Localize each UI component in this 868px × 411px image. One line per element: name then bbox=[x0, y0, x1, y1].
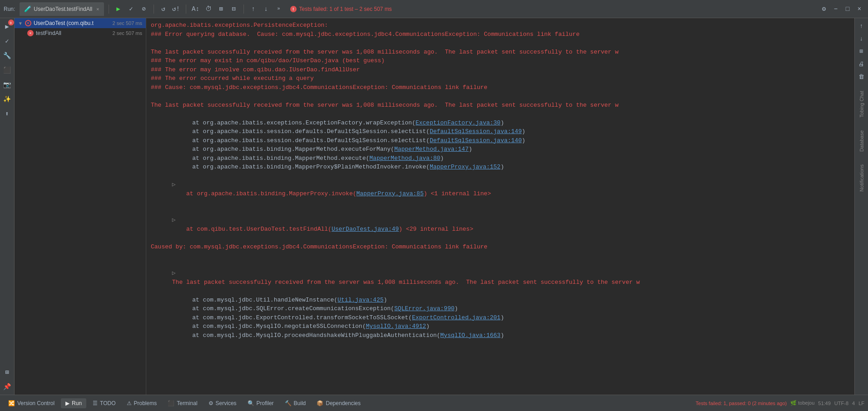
test-tree-root[interactable]: ▼ × UserDaoTest (com.qibu.t 2 sec 507 ms bbox=[15, 18, 146, 28]
link-user-dao-test-49[interactable]: UserDaoTest.java:49 bbox=[332, 226, 399, 233]
sidebar-icon-wrench[interactable]: 🔧 bbox=[2, 50, 13, 61]
right-sidebar-expand[interactable]: ⊞ bbox=[857, 46, 867, 56]
branch-indicator: 🌿 tobejou bbox=[790, 400, 814, 406]
bottom-tab-run[interactable]: ▶ Run bbox=[61, 398, 86, 408]
output-line-22: at com.mysql.jdbc.MysqlIO.negotiateSSLCo… bbox=[151, 322, 850, 331]
right-sidebar-up[interactable]: ↑ bbox=[857, 21, 867, 31]
link-export-controlled-201[interactable]: ExportControlled.java:201 bbox=[412, 314, 501, 321]
encoding-indicator: UTF-8 bbox=[834, 401, 848, 406]
check-button[interactable]: ✓ bbox=[126, 4, 136, 14]
output-area[interactable]: org.apache.ibatis.exceptions.Persistence… bbox=[146, 18, 854, 395]
link-mapper-method-147[interactable]: MapperMethod.java:147 bbox=[394, 146, 469, 153]
tab-close-icon[interactable]: × bbox=[96, 6, 99, 12]
right-sidebar-print[interactable]: 🖨 bbox=[857, 59, 867, 69]
bottom-tab-dependencies[interactable]: 📦 Dependencies bbox=[312, 398, 365, 408]
link-util-425[interactable]: Util.java:425 bbox=[337, 297, 383, 303]
test-tree: ▼ × UserDaoTest (com.qibu.t 2 sec 507 ms… bbox=[15, 18, 146, 395]
output-line-blank-3 bbox=[151, 109, 850, 119]
sidebar-icon-camera[interactable]: 📷 bbox=[2, 79, 13, 90]
output-line-20: at com.mysql.jdbc.SQLError.createCommuni… bbox=[151, 304, 850, 313]
terminal-icon: ⬛ bbox=[168, 400, 174, 406]
output-line-18: The last packet successfully received fr… bbox=[172, 279, 640, 286]
bottom-tab-version-control[interactable]: 🔀 Version Control bbox=[4, 398, 59, 408]
output-line-4: ### The error may exist in com/qibu/dao/… bbox=[151, 56, 850, 65]
right-label-notifications[interactable]: Notifications bbox=[859, 163, 864, 193]
build-icon: 🔨 bbox=[285, 400, 292, 406]
sidebar-icon-run[interactable]: ▶ 9 bbox=[2, 21, 13, 32]
link-default-sql-149[interactable]: DefaultSqlSession.java:149 bbox=[430, 128, 522, 135]
rerun-failed-button[interactable]: ↺! bbox=[171, 4, 181, 14]
sidebar-icon-pin[interactable]: 📌 bbox=[2, 381, 13, 392]
maximize-button[interactable]: □ bbox=[843, 4, 853, 14]
test-subtree: × testFindAll 2 sec 507 ms bbox=[15, 28, 146, 38]
right-sidebar-delete[interactable]: 🗑 bbox=[857, 72, 867, 82]
run-label: Run: bbox=[4, 6, 15, 12]
prev-failed-button[interactable]: ↑ bbox=[248, 4, 258, 14]
right-sidebar: ↑ ↓ ⊞ 🖨 🗑 Tobing Chat Database Notificat… bbox=[854, 18, 868, 395]
output-line-blank-2 bbox=[151, 92, 850, 101]
link-exception-factory[interactable]: ExceptionFactory.java:30 bbox=[416, 119, 501, 126]
sidebar-icon-stop[interactable]: ⬛ bbox=[2, 64, 13, 75]
right-sidebar-down[interactable]: ↓ bbox=[857, 34, 867, 44]
sort-duration-button[interactable]: ⏱ bbox=[203, 4, 213, 14]
link-default-sql-140[interactable]: DefaultSqlSession.java:140 bbox=[430, 137, 522, 144]
right-tabs-area: Tobing Chat Database Notifications bbox=[859, 84, 864, 193]
child-item-time: 2 sec 507 ms bbox=[113, 30, 142, 36]
link-mapper-proxy-85[interactable]: MapperProxy.java:85 bbox=[356, 190, 423, 197]
right-label-tobing-chat[interactable]: Tobing Chat bbox=[859, 89, 864, 119]
close-button[interactable]: × bbox=[854, 4, 864, 14]
run-button[interactable]: ▶ bbox=[114, 4, 124, 14]
minimize-button[interactable]: − bbox=[831, 4, 841, 14]
todo-label: TODO bbox=[100, 400, 115, 406]
more-button[interactable]: » bbox=[274, 4, 284, 14]
top-bar: Run: 🧪 UserDaoTest.testFindAll × ▶ ✓ ⊘ ↺… bbox=[0, 0, 868, 18]
link-mysqlio-4912[interactable]: MysqlIO.java:4912 bbox=[366, 323, 426, 330]
sidebar-icon-upload[interactable]: ⬆ bbox=[2, 108, 13, 119]
link-sqlerror-990[interactable]: SQLError.java:990 bbox=[394, 305, 455, 312]
stop-button[interactable]: ⊘ bbox=[139, 4, 149, 14]
problems-label: Problems bbox=[134, 400, 157, 406]
bottom-tab-build[interactable]: 🔨 Build bbox=[280, 398, 311, 408]
bottom-tab-services[interactable]: ⚙ Services bbox=[204, 398, 241, 408]
expand-icon-2[interactable]: ▷ bbox=[172, 216, 179, 225]
branch-name: tobejou bbox=[798, 400, 814, 406]
output-line-blank-4 bbox=[151, 251, 850, 260]
problems-icon: ⚠ bbox=[127, 400, 132, 406]
version-control-label: Version Control bbox=[17, 400, 55, 406]
test-tree-child[interactable]: × testFindAll 2 sec 507 ms bbox=[24, 28, 146, 38]
right-toolbar: ⚙ − □ × bbox=[819, 4, 864, 14]
link-mapper-method-80[interactable]: MapperMethod.java:80 bbox=[369, 155, 440, 162]
link-mapper-proxy-152[interactable]: MapperProxy.java:152 bbox=[430, 163, 501, 170]
services-icon: ⚙ bbox=[208, 400, 213, 406]
next-failed-button[interactable]: ↓ bbox=[261, 4, 271, 14]
status-error-text: Tests failed: 1, passed: 0 (2 minutes ag… bbox=[696, 401, 787, 406]
sidebar-icon-magic[interactable]: ✨ bbox=[2, 94, 13, 104]
output-line-15: at org.apache.ibatis.binding.MapperProxy… bbox=[172, 190, 491, 197]
expand-icon-1[interactable]: ▷ bbox=[172, 180, 179, 189]
collapse-button[interactable]: ⊟ bbox=[229, 4, 239, 14]
dependencies-icon: 📦 bbox=[317, 400, 323, 406]
bottom-tab-profiler[interactable]: 🔍 Profiler bbox=[243, 398, 278, 408]
bottom-tab-terminal[interactable]: ⬛ Terminal bbox=[163, 398, 202, 408]
sidebar-icon-grid[interactable]: ⊞ bbox=[2, 366, 13, 377]
output-line-17: Caused by: com.mysql.jdbc.exceptions.jdb… bbox=[151, 243, 850, 252]
rerun-button[interactable]: ↺ bbox=[159, 4, 169, 14]
separator-3 bbox=[186, 5, 186, 14]
output-line-16: at com.qibu.test.UserDaoTest.testFindAll… bbox=[172, 226, 473, 233]
cursor-position: 51:49 bbox=[818, 401, 831, 406]
run-tab[interactable]: 🧪 UserDaoTest.testFindAll × bbox=[20, 2, 104, 16]
separator-2 bbox=[154, 5, 154, 14]
sidebar-icon-check[interactable]: ✓ bbox=[2, 35, 13, 46]
bottom-tab-todo[interactable]: ☰ TODO bbox=[88, 398, 120, 408]
fail-dot: ! bbox=[290, 6, 297, 12]
version-control-icon: 🔀 bbox=[8, 400, 15, 406]
bottom-tab-problems[interactable]: ⚠ Problems bbox=[122, 398, 162, 408]
expand-button[interactable]: ⊞ bbox=[216, 4, 226, 14]
expand-icon-3[interactable]: ▷ bbox=[172, 269, 179, 278]
settings-button[interactable]: ⚙ bbox=[819, 4, 829, 14]
link-mysqlio-1663[interactable]: MysqlIO.java:1663 bbox=[440, 332, 501, 339]
right-label-database[interactable]: Database bbox=[859, 129, 864, 154]
run-bottom-label: Run bbox=[72, 400, 82, 406]
line-sep-indicator: LF bbox=[858, 401, 864, 406]
sort-alpha-button[interactable]: A↕ bbox=[191, 4, 201, 14]
